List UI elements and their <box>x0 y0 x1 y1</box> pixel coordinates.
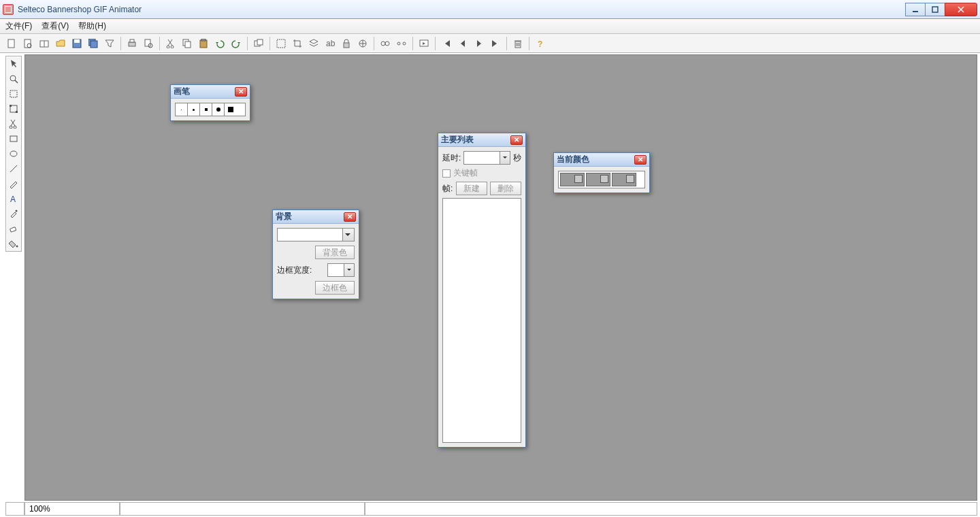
paste-icon[interactable] <box>196 36 211 51</box>
new-project-icon[interactable] <box>37 36 52 51</box>
background-panel-title-bar[interactable]: 背景 ✕ <box>273 210 359 224</box>
status-cell-4 <box>365 502 977 516</box>
background-panel-close-icon[interactable]: ✕ <box>344 212 356 222</box>
fill-tool-icon[interactable] <box>6 236 21 251</box>
preview-icon[interactable] <box>416 36 431 51</box>
background-panel-title: 背景 <box>276 211 292 222</box>
copy-icon[interactable] <box>180 36 195 51</box>
frame-list[interactable] <box>442 198 521 443</box>
delete-icon[interactable] <box>510 36 525 51</box>
svg-rect-10 <box>74 39 80 43</box>
background-color-swatch[interactable] <box>586 173 610 186</box>
new-frame-button[interactable]: 新建 <box>456 182 487 195</box>
brush-size-2[interactable] <box>188 103 200 116</box>
pointer-tool-icon[interactable] <box>6 56 21 71</box>
line-tool-icon[interactable] <box>6 161 21 176</box>
select-all-icon[interactable] <box>274 36 289 51</box>
border-width-label: 边框宽度: <box>277 265 312 276</box>
eyedropper-tool-icon[interactable] <box>6 206 21 221</box>
ungroup-icon[interactable] <box>394 36 409 51</box>
svg-point-19 <box>167 46 169 48</box>
crop-tool-icon[interactable] <box>6 101 21 116</box>
group-icon[interactable] <box>378 36 393 51</box>
menu-view[interactable]: 查看(V) <box>42 20 69 32</box>
framelist-panel-title-bar[interactable]: 主要列表 ✕ <box>438 133 525 147</box>
color-panel-title-bar[interactable]: 当前颜色 ✕ <box>554 153 649 167</box>
minimize-button[interactable] <box>905 3 926 16</box>
svg-line-43 <box>15 80 18 83</box>
next-frame-icon[interactable] <box>472 36 487 51</box>
print-icon[interactable] <box>125 36 140 51</box>
svg-rect-26 <box>257 39 263 45</box>
svg-point-56 <box>16 210 18 212</box>
svg-rect-46 <box>10 105 12 107</box>
prev-frame-icon[interactable] <box>455 36 470 51</box>
background-fill-combo[interactable] <box>277 228 355 241</box>
ellipse-tool-icon[interactable] <box>6 146 21 161</box>
svg-rect-24 <box>201 39 206 41</box>
effects-icon[interactable] <box>355 36 370 51</box>
svg-point-50 <box>10 126 12 129</box>
lock-icon[interactable] <box>339 36 354 51</box>
layers-icon[interactable] <box>306 36 321 51</box>
fill-color-swatch[interactable] <box>612 173 636 186</box>
svg-rect-4 <box>8 39 14 48</box>
new-file-icon[interactable] <box>4 36 19 51</box>
redo-icon[interactable] <box>229 36 244 51</box>
eraser-tool-icon[interactable] <box>6 221 21 236</box>
window-controls <box>906 3 977 16</box>
print-preview-icon[interactable] <box>141 36 156 51</box>
cut-icon[interactable] <box>163 36 178 51</box>
status-zoom: 100% <box>24 502 120 516</box>
status-bar: 100% <box>5 502 977 516</box>
border-color-button[interactable]: 边框色 <box>315 281 355 295</box>
app-title: Selteco Bannershop GIF Animator <box>18 5 906 14</box>
color-panel-close-icon[interactable]: ✕ <box>634 155 647 165</box>
first-frame-icon[interactable] <box>439 36 454 51</box>
pencil-tool-icon[interactable] <box>6 176 21 191</box>
last-frame-icon[interactable] <box>488 36 503 51</box>
save-all-icon[interactable] <box>86 36 101 51</box>
background-color-button[interactable]: 背景色 <box>315 246 355 259</box>
delete-frame-button[interactable]: 删除 <box>490 182 521 195</box>
menu-help[interactable]: 帮助(H) <box>78 20 106 32</box>
svg-point-34 <box>403 42 406 45</box>
brush-size-3[interactable] <box>200 103 212 116</box>
status-cell-1 <box>5 502 24 516</box>
brush-size-5[interactable] <box>225 103 237 116</box>
new-from-template-icon[interactable] <box>20 36 35 51</box>
keyframe-checkbox[interactable] <box>442 169 451 178</box>
foreground-color-swatch[interactable] <box>560 173 585 186</box>
svg-rect-52 <box>10 136 17 141</box>
text-tool-icon[interactable]: abc <box>323 36 338 51</box>
text-tool-side-icon[interactable]: A <box>6 191 21 206</box>
frame-label: 帧: <box>442 183 453 195</box>
seconds-label: 秒 <box>513 152 521 164</box>
svg-line-54 <box>10 165 17 172</box>
duplicate-frame-icon[interactable] <box>251 36 266 51</box>
svg-rect-29 <box>344 43 349 48</box>
open-icon[interactable] <box>53 36 68 51</box>
close-button[interactable] <box>945 3 977 16</box>
delay-input[interactable] <box>463 151 510 165</box>
rect-tool-icon[interactable] <box>6 131 21 146</box>
menu-file[interactable]: 文件(F) <box>5 20 32 32</box>
framelist-panel-close-icon[interactable]: ✕ <box>510 135 523 145</box>
brush-size-1[interactable] <box>176 103 188 116</box>
svg-rect-15 <box>145 39 150 46</box>
svg-text:abc: abc <box>326 39 335 48</box>
help-icon[interactable]: ? <box>533 36 548 51</box>
scissors-tool-icon[interactable] <box>6 116 21 131</box>
filter-icon[interactable] <box>102 36 117 51</box>
undo-icon[interactable] <box>212 36 227 51</box>
main-toolbar: abc ? <box>0 34 980 53</box>
brush-panel-title-bar[interactable]: 画笔 ✕ <box>171 85 250 99</box>
marquee-tool-icon[interactable] <box>6 86 21 101</box>
border-width-input[interactable] <box>327 263 355 277</box>
save-icon[interactable] <box>69 36 84 51</box>
zoom-tool-icon[interactable] <box>6 71 21 86</box>
brush-size-4[interactable] <box>212 103 225 116</box>
brush-panel-close-icon[interactable]: ✕ <box>235 87 247 97</box>
crop-icon[interactable] <box>290 36 305 51</box>
maximize-button[interactable] <box>925 3 945 16</box>
